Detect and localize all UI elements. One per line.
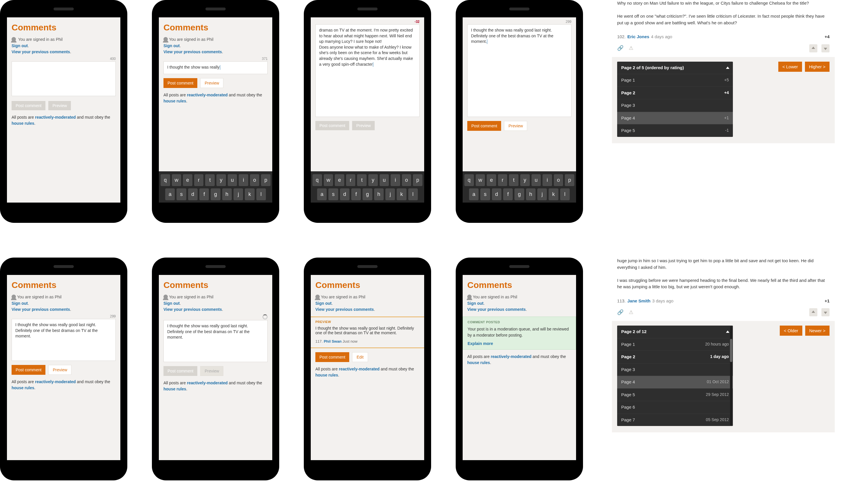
virtual-keyboard[interactable]: qwertyuiop asdfghjkl [159,171,272,203]
key-e[interactable]: e [487,174,496,186]
key-j[interactable]: j [233,188,243,200]
key-w[interactable]: w [476,174,485,186]
view-previous-link[interactable]: View your previous comments [467,307,526,312]
sign-out-link[interactable]: Sign out [315,301,332,306]
key-q[interactable]: q [312,174,322,186]
reactively-moderated-link[interactable]: reactively-moderated [187,93,228,97]
key-e[interactable]: e [183,174,192,186]
page-option[interactable]: Page 120 hours ago [617,338,733,351]
post-comment-button[interactable]: Post comment [315,352,349,362]
downvote-button[interactable] [822,308,830,316]
reactively-moderated-link[interactable]: reactively-moderated [35,379,76,384]
key-k[interactable]: k [397,188,406,200]
sign-out-link[interactable]: Sign out [163,301,180,306]
key-f[interactable]: f [503,188,513,200]
key-y[interactable]: y [520,174,530,186]
key-d[interactable]: d [340,188,349,200]
reactively-moderated-link[interactable]: reactively-moderated [491,354,532,359]
page-option[interactable]: Page 4+1 [617,112,733,125]
view-previous-link[interactable]: View your previous comments [163,50,222,54]
page-option[interactable]: Page 705 Sep 2012 [617,414,733,426]
key-g[interactable]: g [211,188,220,200]
key-r[interactable]: r [194,174,204,186]
key-h[interactable]: h [222,188,232,200]
key-t[interactable]: t [205,174,215,186]
key-k[interactable]: k [548,188,558,200]
preview-button[interactable]: Preview [48,101,71,110]
key-a[interactable]: a [317,188,327,200]
page-option[interactable]: Page 21 day ago [617,350,733,363]
virtual-keyboard[interactable]: qwertyuiop asdfghjkl [311,171,424,203]
comment-textarea[interactable]: dramas on TV at the moment. I'm now pret… [315,24,420,117]
post-comment-button[interactable]: Post comment [315,121,349,130]
key-u[interactable]: u [532,174,541,186]
key-a[interactable]: a [469,188,479,200]
reactively-moderated-link[interactable]: reactively-moderated [339,367,380,371]
report-icon[interactable]: ⚠ [629,44,633,52]
post-comment-button[interactable]: Post comment [163,78,197,88]
virtual-keyboard[interactable]: qwertyuiop asdfghjkl [463,171,576,203]
key-g[interactable]: g [515,188,524,200]
house-rules-link[interactable]: house rules [163,99,186,103]
house-rules-link[interactable]: house rules [12,385,35,390]
edit-button[interactable]: Edit [352,352,368,362]
key-y[interactable]: y [216,174,226,186]
key-f[interactable]: f [199,188,209,200]
key-s[interactable]: s [328,188,338,200]
key-p[interactable]: p [413,174,422,186]
key-q[interactable]: q [464,174,474,186]
page-option[interactable]: Page 6 [617,401,733,414]
report-icon[interactable]: ⚠ [629,308,633,316]
key-k[interactable]: k [245,188,254,200]
key-e[interactable]: e [335,174,344,186]
sign-out-link[interactable]: Sign out [12,301,28,306]
downvote-button[interactable] [822,44,830,52]
permalink-icon[interactable]: 🔗 [617,44,623,52]
upvote-button[interactable] [809,44,817,52]
key-p[interactable]: p [261,174,271,186]
page-option[interactable]: Page 2+4 [617,87,733,99]
comment-textarea[interactable]: I thought the show was really good last … [467,24,572,117]
key-o[interactable]: o [250,174,259,186]
post-comment-button[interactable]: Post comment [12,101,45,110]
dropdown-scroll-thumb[interactable] [730,339,732,362]
key-i[interactable]: i [542,174,552,186]
higher-button[interactable]: Higher > [805,62,830,72]
comment-author-link[interactable]: Eric Jones [627,34,649,40]
page-option[interactable]: Page 1+5 [617,74,733,87]
page-option[interactable]: Page 401 Oct 2012 [617,376,733,388]
key-h[interactable]: h [374,188,384,200]
key-f[interactable]: f [351,188,361,200]
key-d[interactable]: d [188,188,198,200]
view-previous-link[interactable]: View your previous comments [12,50,70,54]
key-t[interactable]: t [357,174,367,186]
reactively-moderated-link[interactable]: reactively-moderated [187,381,228,385]
key-l[interactable]: l [408,188,418,200]
newer-button[interactable]: Newer > [805,326,830,336]
reactively-moderated-link[interactable]: reactively-moderated [35,115,76,119]
sign-out-link[interactable]: Sign out [163,43,180,48]
preview-author[interactable]: Phil Swan [324,339,342,343]
page-dropdown[interactable]: Page 2 of 5 (ordered by rating) Page 1+5… [617,62,733,137]
key-d[interactable]: d [492,188,501,200]
comment-textarea[interactable]: I thought the show was really good last … [12,319,116,361]
page-option[interactable]: Page 3 [617,363,733,376]
key-q[interactable]: q [160,174,170,186]
key-w[interactable]: w [172,174,181,186]
page-option[interactable]: Page 3 [617,99,733,112]
preview-button[interactable]: Preview [200,78,224,88]
preview-button[interactable]: Preview [504,121,527,131]
page-dropdown[interactable]: Page 2 of 12 Page 120 hours agoPage 21 d… [617,326,733,426]
key-l[interactable]: l [560,188,570,200]
key-i[interactable]: i [391,174,400,186]
comment-author-link[interactable]: Jane Smith [627,298,651,304]
preview-button[interactable]: Preview [48,365,72,375]
key-j[interactable]: j [385,188,395,200]
comment-textarea[interactable] [12,61,116,96]
key-p[interactable]: p [565,174,574,186]
house-rules-link[interactable]: house rules [163,387,186,391]
key-o[interactable]: o [402,174,411,186]
key-w[interactable]: w [324,174,333,186]
older-button[interactable]: < Older [780,326,802,336]
comment-textarea[interactable]: I thought the show was really good last … [163,320,268,362]
